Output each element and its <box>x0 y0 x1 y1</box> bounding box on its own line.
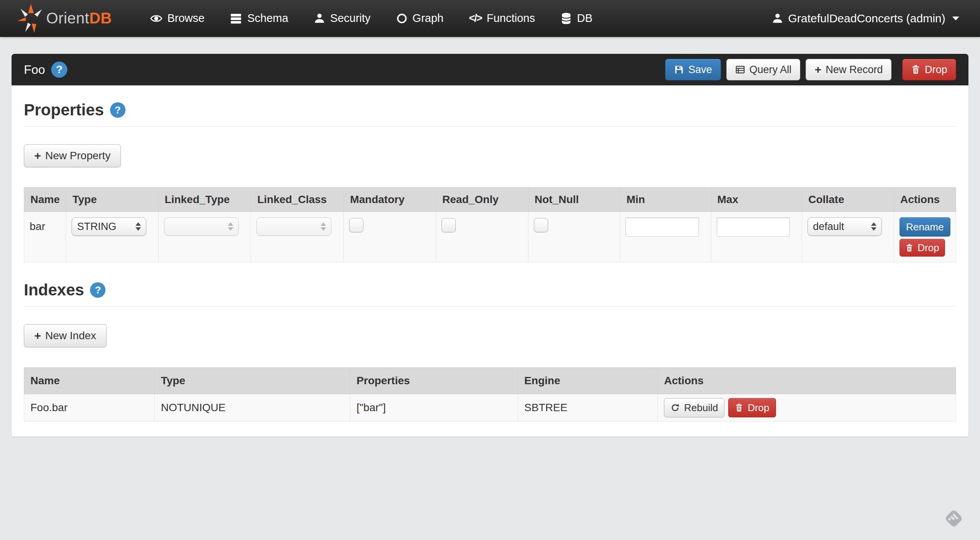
collate-select-value: default <box>813 221 844 233</box>
col-header-name: Name <box>24 188 66 212</box>
rename-property-button[interactable]: Rename <box>900 217 950 237</box>
save-button[interactable]: Save <box>665 59 721 80</box>
not-null-checkbox[interactable] <box>534 218 548 232</box>
save-button-label: Save <box>688 64 712 76</box>
list-icon <box>735 65 745 75</box>
index-engine-cell: SBTREE <box>518 394 658 422</box>
nav-label: Security <box>330 12 371 25</box>
new-record-button-label: New Record <box>826 64 883 76</box>
database-icon <box>560 12 572 25</box>
indexes-help-icon[interactable]: ? <box>90 282 105 298</box>
property-row: bar STRING <box>24 212 956 262</box>
save-icon <box>674 65 684 75</box>
drop-index-button[interactable]: Drop <box>728 398 776 417</box>
min-input[interactable] <box>625 217 699 237</box>
trash-icon <box>905 243 913 252</box>
properties-heading: Properties ? <box>24 101 956 119</box>
user-icon <box>772 13 783 24</box>
user-menu-label: GratefulDeadConcerts (admin) <box>788 12 945 25</box>
index-name: Foo.bar <box>30 402 68 413</box>
query-all-button[interactable]: Query All <box>726 59 801 80</box>
new-index-button[interactable]: + New Index <box>24 324 107 347</box>
nav-label: Graph <box>413 12 444 25</box>
drop-class-button-label: Drop <box>925 64 947 76</box>
code-icon: </> <box>469 12 482 24</box>
col-header-read-only: Read_Only <box>436 188 528 212</box>
select-arrows-icon <box>321 222 326 231</box>
indexes-heading: Indexes ? <box>24 281 956 299</box>
index-actions-cell: Rebuild Drop <box>658 394 956 422</box>
nav-item-browse[interactable]: Browse <box>137 0 217 37</box>
circle-icon <box>396 13 408 24</box>
orientdb-logo[interactable]: OrientDB <box>17 2 112 35</box>
schema-icon <box>230 12 242 25</box>
divider <box>24 126 956 127</box>
property-collate-cell: default <box>802 212 894 262</box>
nav-item-functions[interactable]: </> Functions <box>456 0 548 37</box>
property-name: bar <box>30 217 45 233</box>
nav-label: Functions <box>487 12 535 25</box>
rebuild-index-button[interactable]: Rebuild <box>664 398 724 417</box>
type-select-value: STRING <box>77 221 116 233</box>
drop-property-label: Drop <box>918 242 939 254</box>
nav-label: Schema <box>247 12 288 25</box>
new-index-button-label: New Index <box>45 330 96 342</box>
properties-header-row: Name Type Linked_Type Linked_Class Manda… <box>24 188 956 212</box>
max-input[interactable] <box>717 217 790 237</box>
chevron-down-icon <box>952 17 959 20</box>
col-header-index-engine: Engine <box>518 368 658 394</box>
plus-icon: + <box>34 330 41 342</box>
nav-menu: Browse Schema Security Graph </> Functio… <box>137 0 605 37</box>
col-header-linked-class: Linked_Class <box>251 188 344 212</box>
properties-help-icon[interactable]: ? <box>110 102 125 118</box>
col-header-index-actions: Actions <box>658 368 956 394</box>
col-header-index-type: Type <box>154 368 350 394</box>
col-header-type: Type <box>66 188 159 212</box>
drop-property-button[interactable]: Drop <box>900 239 945 257</box>
index-name-cell: Foo.bar <box>24 394 155 422</box>
property-mandatory-cell <box>344 212 436 262</box>
select-arrows-icon <box>871 222 876 231</box>
brand-text: OrientDB <box>46 10 112 27</box>
drop-class-button[interactable]: Drop <box>902 59 956 80</box>
user-icon <box>314 13 325 24</box>
linked-class-select[interactable] <box>256 217 331 236</box>
query-all-button-label: Query All <box>749 64 792 76</box>
orientdb-star-icon <box>17 2 45 35</box>
nav-item-graph[interactable]: Graph <box>383 0 457 37</box>
divider <box>24 306 956 307</box>
nav-item-db[interactable]: DB <box>548 0 605 37</box>
index-engine: SBTREE <box>524 402 567 413</box>
class-actions: Save Query All + New Record Drop <box>665 59 956 80</box>
refresh-icon <box>671 403 680 412</box>
top-navbar: OrientDB Browse Schema Security Graph <box>0 0 980 37</box>
class-help-icon[interactable]: ? <box>51 62 67 78</box>
drop-index-label: Drop <box>748 402 769 414</box>
read-only-checkbox[interactable] <box>442 218 456 232</box>
nav-item-security[interactable]: Security <box>301 0 383 37</box>
property-type-cell: STRING <box>66 212 159 262</box>
indexes-table: Name Type Properties Engine Actions Foo.… <box>24 367 956 422</box>
col-header-not-null: Not_Null <box>528 188 620 212</box>
collate-select[interactable]: default <box>808 217 882 236</box>
user-menu[interactable]: GratefulDeadConcerts (admin) <box>768 0 963 37</box>
mandatory-checkbox[interactable] <box>349 218 363 232</box>
type-select[interactable]: STRING <box>72 217 146 236</box>
col-header-index-properties: Properties <box>350 368 518 394</box>
feedly-overlay-icon[interactable] <box>942 507 965 530</box>
trash-icon <box>911 65 920 75</box>
indexes-header-row: Name Type Properties Engine Actions <box>24 368 956 394</box>
nav-label: DB <box>577 12 592 25</box>
new-record-button[interactable]: + New Record <box>806 59 891 80</box>
linked-type-select[interactable] <box>164 217 239 236</box>
rename-property-label: Rename <box>906 221 944 233</box>
col-header-collate: Collate <box>802 188 894 212</box>
index-properties-cell: ["bar"] <box>350 394 518 422</box>
class-header-bar: Foo ? Save Query All + New Record Drop <box>12 54 968 85</box>
indexes-heading-label: Indexes <box>24 281 84 299</box>
col-header-min: Min <box>620 188 711 212</box>
nav-item-schema[interactable]: Schema <box>217 0 301 37</box>
new-property-button[interactable]: + New Property <box>24 144 121 167</box>
properties-heading-label: Properties <box>24 101 104 119</box>
eye-icon <box>150 12 162 25</box>
